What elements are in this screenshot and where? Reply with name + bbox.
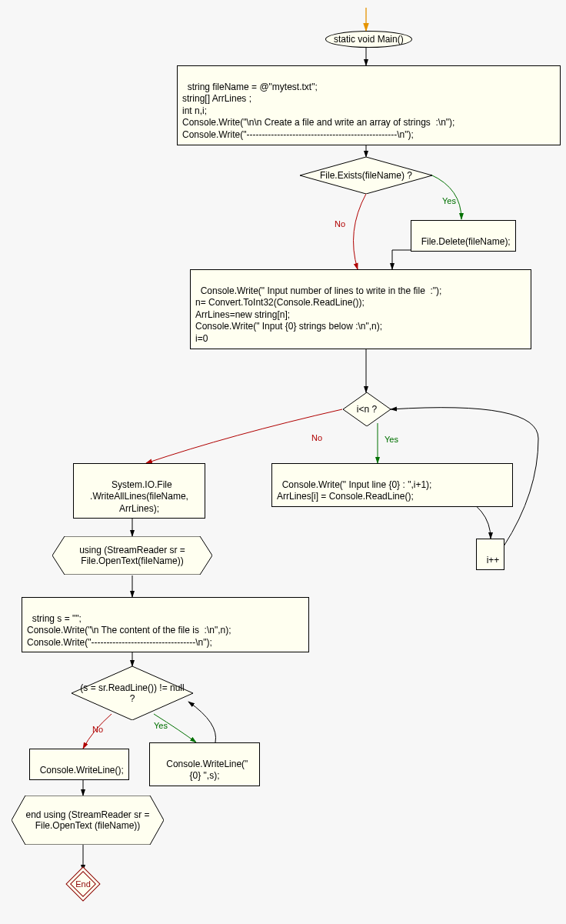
node-end-using: end using (StreamReader sr = File.OpenTe… [12, 796, 164, 845]
node-increment: i++ [476, 539, 504, 570]
node-using-label: using (StreamReader sr = File.OpenText(f… [52, 545, 212, 567]
node-cw2-label: Console.WriteLine(" {0} ",s); [166, 759, 248, 782]
node-decision-readline: (s = sr.ReadLine()) != null ? [72, 666, 193, 720]
node-using: using (StreamReader sr = File.OpenText(f… [52, 536, 212, 575]
edge-label-yes-3: Yes [154, 721, 168, 730]
node-loop-input: Console.Write(" Input line {0} : ",i+1);… [271, 463, 513, 507]
edge-label-yes-2: Yes [385, 435, 398, 444]
node-input: Console.Write(" Input number of lines to… [190, 269, 531, 349]
edge-label-no-3: No [92, 725, 103, 734]
node-delete: File.Delete(fileName); [411, 220, 516, 252]
node-input-label: Console.Write(" Input number of lines to… [195, 285, 441, 344]
node-loop-input-label: Console.Write(" Input line {0} : ",i+1);… [277, 479, 431, 502]
node-write: System.IO.File .WriteAllLines(fileName, … [73, 463, 205, 519]
node-end-using-label: end using (StreamReader sr = File.OpenTe… [12, 809, 164, 832]
node-write-label: System.IO.File .WriteAllLines(fileName, … [90, 479, 188, 514]
node-init: string fileName = @"mytest.txt"; string[… [177, 65, 561, 145]
node-sinit-label: string s = ""; Console.Write("\n The con… [27, 613, 231, 648]
node-increment-label: i++ [487, 555, 500, 565]
node-delete-label: File.Delete(fileName); [421, 236, 511, 247]
edge-label-yes: Yes [442, 196, 456, 205]
node-init-label: string fileName = @"mytest.txt"; string[… [182, 82, 454, 140]
node-decision-readline-label: (s = sr.ReadLine()) != null ? [72, 682, 193, 705]
node-decision-exists-label: File.Exists(fileName) ? [312, 170, 420, 181]
node-cw: Console.WriteLine(); [29, 749, 129, 780]
node-decision-loop: i<n ? [343, 392, 391, 426]
node-cw2: Console.WriteLine(" {0} ",s); [149, 742, 260, 786]
edge-label-no-2: No [311, 433, 322, 442]
node-sinit: string s = ""; Console.Write("\n The con… [22, 597, 309, 652]
node-decision-exists: File.Exists(fileName) ? [300, 157, 432, 194]
edge-label-no: No [335, 219, 345, 228]
node-end-label: End [75, 879, 91, 889]
node-decision-loop-label: i<n ? [349, 404, 385, 415]
node-start: static void Main() [325, 31, 412, 48]
node-end: End [72, 872, 95, 896]
node-start-label: static void Main() [334, 34, 404, 45]
node-cw-label: Console.WriteLine(); [40, 765, 124, 776]
